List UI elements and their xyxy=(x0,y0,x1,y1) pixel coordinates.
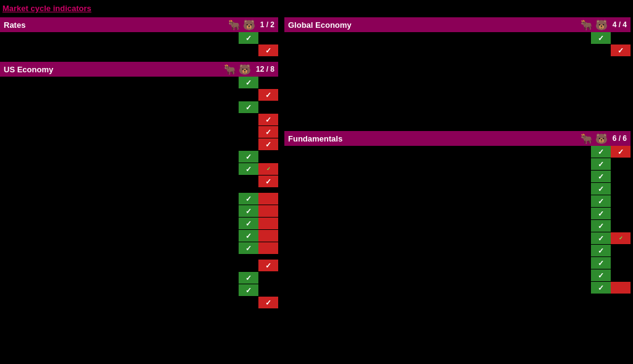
us-economy-icons: 🐂 🐻 xyxy=(223,64,252,75)
fundamentals-score: 6 / 6 xyxy=(609,134,631,143)
us-economy-rows-3: ✓ ✓ ✓ ✓ xyxy=(0,260,278,309)
rates-bear-0 xyxy=(258,32,278,44)
global-economy-label: Global Economy xyxy=(284,20,402,30)
rates-rows: ✓ ✓ xyxy=(0,32,278,57)
fundamentals-rows: ✓✓ ✓ ✓ ✓ ✓ ✓ ✓ ✓✓ ✓ ✓ ✓ ✓ xyxy=(284,146,631,294)
rates-label: Rates xyxy=(0,20,117,30)
main-container: Rates 🐂 🐻 1 / 2 ✓ ✓ xyxy=(0,17,633,364)
global-economy-score: 4 / 4 xyxy=(609,20,631,29)
right-panel: Global Economy 🐂 🐻 4 / 4 ✓ ✓ Fundamental… xyxy=(284,17,631,294)
us-economy-header: US Economy 🐂 🐻 12 / 8 xyxy=(0,62,278,77)
us-economy-score: 12 / 8 xyxy=(252,65,278,74)
rates-icons: 🐂 🐻 xyxy=(227,19,257,31)
global-economy-rows: ✓ ✓ xyxy=(284,32,631,57)
fundamentals-bull-icon: 🐂 xyxy=(579,133,594,145)
rates-score: 1 / 2 xyxy=(257,20,278,29)
us-economy-rows-2: ✓ ✓ ✓ ✓ ✓ xyxy=(0,193,278,255)
fundamentals-bear-icon: 🐻 xyxy=(594,133,609,145)
us-economy-bull-icon: 🐂 xyxy=(223,64,237,75)
rates-header: Rates 🐂 🐻 1 / 2 xyxy=(0,17,278,32)
global-economy-header: Global Economy 🐂 🐻 4 / 4 xyxy=(284,17,631,32)
rates-bull-1 xyxy=(239,44,258,57)
rates-bull-0: ✓ xyxy=(239,32,258,44)
fundamentals-icons: 🐂 🐻 xyxy=(579,133,609,145)
us-economy-rows-1: ✓ ✓ ✓ ✓ ✓ ✓ ✓ ✓✓ ✓ xyxy=(0,77,278,188)
rates-row-1: ✓ xyxy=(0,44,278,57)
market-cycle-title[interactable]: Market cycle indicators xyxy=(2,4,91,13)
rates-row-0: ✓ xyxy=(0,32,278,44)
left-panel: Rates 🐂 🐻 1 / 2 ✓ ✓ xyxy=(0,17,278,309)
rates-bull-icon: 🐂 xyxy=(227,19,242,31)
global-economy-bear-icon: 🐻 xyxy=(594,19,609,31)
fundamentals-header: Fundamentals 🐂 🐻 6 / 6 xyxy=(284,131,631,146)
us-economy-label: US Economy xyxy=(0,65,117,74)
rates-bear-icon: 🐻 xyxy=(242,19,257,31)
fundamentals-label: Fundamentals xyxy=(284,134,402,143)
global-economy-icons: 🐂 🐻 xyxy=(579,19,609,31)
us-economy-bear-icon: 🐻 xyxy=(237,64,252,75)
global-economy-bull-icon: 🐂 xyxy=(579,19,594,31)
rates-bear-1: ✓ xyxy=(258,44,278,57)
